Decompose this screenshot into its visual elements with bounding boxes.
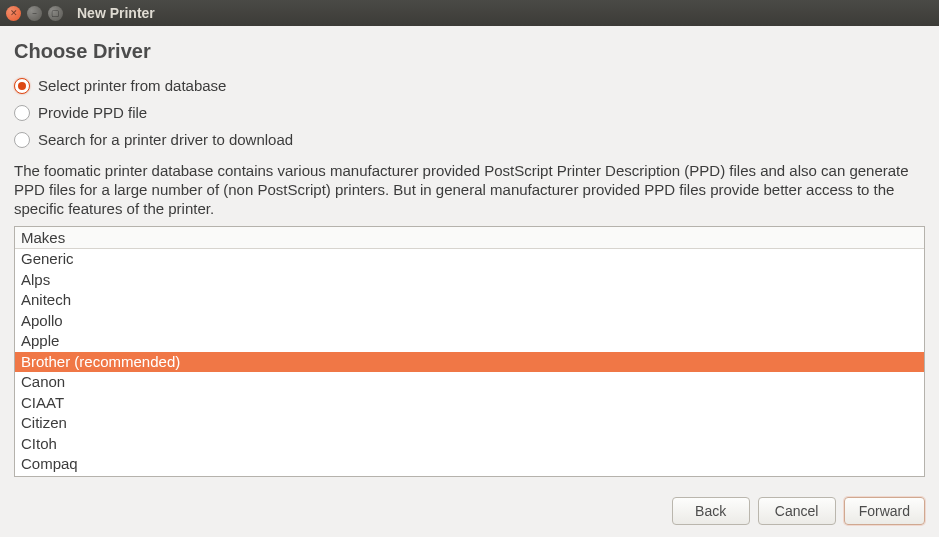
makes-list[interactable]: Makes Generic Alps Anitech Apollo Apple … bbox=[14, 226, 925, 477]
makes-list-body: Generic Alps Anitech Apollo Apple Brothe… bbox=[15, 249, 924, 475]
radio-indicator-icon bbox=[14, 105, 30, 121]
list-item[interactable]: CIAAT bbox=[15, 393, 924, 414]
radio-indicator-icon bbox=[14, 78, 30, 94]
page-heading: Choose Driver bbox=[14, 40, 925, 63]
window-titlebar: ✕ － ▢ New Printer bbox=[0, 0, 939, 26]
list-item[interactable]: Brother (recommended) bbox=[15, 352, 924, 373]
forward-button[interactable]: Forward bbox=[844, 497, 925, 525]
window-maximize-button[interactable]: ▢ bbox=[48, 6, 63, 21]
back-button[interactable]: Back bbox=[672, 497, 750, 525]
window-title: New Printer bbox=[77, 5, 155, 21]
window-minimize-button[interactable]: － bbox=[27, 6, 42, 21]
list-item[interactable]: Anitech bbox=[15, 290, 924, 311]
driver-description-text: The foomatic printer database contains v… bbox=[14, 162, 925, 218]
cancel-button[interactable]: Cancel bbox=[758, 497, 836, 525]
dialog-button-bar: Back Cancel Forward bbox=[672, 497, 925, 525]
driver-source-radio-group: Select printer from database Provide PPD… bbox=[14, 77, 925, 148]
list-item[interactable]: Apple bbox=[15, 331, 924, 352]
radio-provide-ppd[interactable]: Provide PPD file bbox=[14, 104, 925, 121]
radio-search-download[interactable]: Search for a printer driver to download bbox=[14, 131, 925, 148]
list-item[interactable]: Generic bbox=[15, 249, 924, 270]
window-close-button[interactable]: ✕ bbox=[6, 6, 21, 21]
radio-label: Search for a printer driver to download bbox=[38, 131, 293, 148]
radio-indicator-icon bbox=[14, 132, 30, 148]
radio-select-from-database[interactable]: Select printer from database bbox=[14, 77, 925, 94]
list-item[interactable]: Compaq bbox=[15, 454, 924, 475]
list-item[interactable]: Apollo bbox=[15, 311, 924, 332]
radio-label: Select printer from database bbox=[38, 77, 226, 94]
makes-list-header[interactable]: Makes bbox=[15, 227, 924, 249]
list-item[interactable]: CItoh bbox=[15, 434, 924, 455]
radio-label: Provide PPD file bbox=[38, 104, 147, 121]
list-item[interactable]: Alps bbox=[15, 270, 924, 291]
list-item[interactable]: Canon bbox=[15, 372, 924, 393]
dialog-content: Choose Driver Select printer from databa… bbox=[0, 26, 939, 477]
list-item[interactable]: Citizen bbox=[15, 413, 924, 434]
